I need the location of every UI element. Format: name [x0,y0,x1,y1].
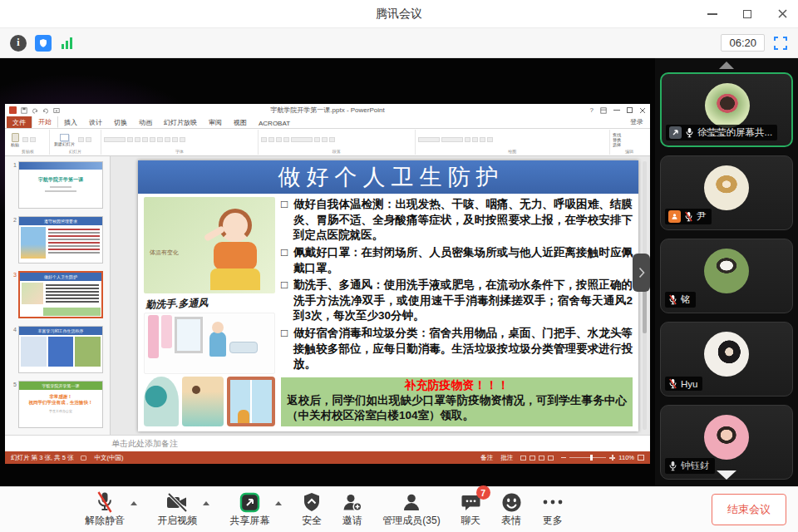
ribbon-button[interactable] [283,137,289,142]
end-meeting-button[interactable]: 结束会议 [712,494,786,525]
mic-options-chevron[interactable] [131,501,137,505]
participant-tile[interactable]: Hyu [660,322,793,397]
ribbon-button[interactable] [172,137,178,142]
ribbon-button[interactable] [314,137,320,142]
close-button[interactable] [776,8,788,20]
tab-review[interactable]: 审阅 [203,116,228,128]
sidebar-collapse-button[interactable] [633,254,650,292]
meeting-info-icon[interactable]: i [10,35,27,52]
share-options-chevron[interactable] [275,501,282,505]
notice-title: 补充防疫物资！！！ [287,378,627,393]
video-options-chevron[interactable] [203,501,209,505]
minimize-button[interactable] [707,8,718,20]
notes-toggle[interactable]: 备注 [480,454,493,462]
ribbon-button[interactable] [268,137,274,142]
tab-file[interactable]: 文件 [7,116,32,128]
ribbon-button[interactable] [487,137,493,142]
thumbnail-slide-4[interactable]: 4 丰富学习和工作生活秩序 [7,326,106,373]
notes-pane[interactable]: 单击此处添加备注 [5,435,650,451]
ribbon-button[interactable] [480,137,485,142]
slide-scrollbar[interactable] [643,161,647,430]
ppt-minimize-icon[interactable] [613,110,620,111]
thumbnail-slide-1[interactable]: 1 宇航学院开学第一课 [7,161,106,209]
maximize-button[interactable] [741,8,753,20]
network-signal-icon[interactable] [62,37,72,49]
arrange-button[interactable] [465,137,470,142]
ribbon-button[interactable] [150,137,155,142]
ribbon-group-slides: 新建幻灯片 幻灯片 [50,130,101,155]
avatar [705,83,750,128]
ribbon-button[interactable] [30,137,36,142]
comments-toggle[interactable]: 批注 [500,454,513,462]
quick-access-toolbar[interactable] [21,107,60,114]
tab-acrobat[interactable]: ACROBAT [253,118,296,128]
font-name-dropdown[interactable] [104,137,126,142]
scroll-up-icon[interactable] [719,62,734,69]
slide-sorter-icon[interactable] [530,456,535,461]
thumbnail-slide-2[interactable]: 2 遵守校园管理要求 [7,216,106,264]
ribbon-button[interactable] [329,137,335,142]
security-shield-icon[interactable] [35,35,52,52]
fit-to-window-icon[interactable] [638,455,644,461]
participant-tile[interactable]: 铭 [660,239,793,313]
more-button[interactable]: 更多 [542,491,564,528]
participant-tile[interactable]: 尹 [660,155,793,230]
slideshow-icon[interactable] [548,456,554,461]
ppt-close-icon[interactable] [639,107,646,114]
emoji-button[interactable]: 表情 [501,491,522,528]
ribbon-button[interactable] [322,137,328,142]
ppt-restore-icon[interactable] [627,107,633,113]
bullet-item: □做好自我体温检测：出现发热、干咳、咽痛、无力、呼吸困难、结膜炎、胃肠不适、全身… [281,197,633,244]
zoom-out-icon[interactable] [561,457,566,459]
share-screen-button[interactable]: 共享屏幕 [229,491,269,528]
new-slide-button[interactable]: 新建幻灯片 [52,134,76,146]
participant-tile[interactable]: 钟钰釮 [660,405,793,480]
tab-home[interactable]: 开始 [32,115,58,128]
tab-design[interactable]: 设计 [83,116,108,128]
normal-view-icon[interactable] [520,456,526,461]
thumbnail-slide-5[interactable]: 5 宇航学院开学第一课 非常感谢！ 祝同学们学业有成，生活愉快！ 学生工作办公室 [7,381,106,428]
participant-tile-sharing[interactable]: 徐莹莹的屏幕共... [660,72,793,147]
language-indicator[interactable]: 中文(中国) [94,454,123,462]
reading-view-icon[interactable] [539,456,544,461]
unmute-button[interactable]: 解除静音 [85,491,125,528]
scroll-down-icon[interactable] [717,470,736,480]
ribbon-button[interactable] [142,137,148,142]
find-button[interactable]: 查找 [613,133,621,137]
replace-button[interactable]: 替换 [613,138,621,142]
select-button[interactable]: 选择 [613,143,621,147]
invite-button[interactable]: 邀请 [342,491,362,528]
quick-styles-button[interactable] [472,137,478,142]
chat-button[interactable]: 7 聊天 [461,491,481,528]
manage-members-button[interactable]: 管理成员(35) [382,491,440,528]
zoom-slider[interactable] [569,457,606,458]
ppt-help-icon[interactable]: ? [590,106,594,114]
ribbon-button[interactable] [78,137,84,142]
ribbon-button[interactable] [291,137,313,142]
thumbnail-slide-3-selected[interactable]: 3 做好个人卫生防护 [7,271,106,318]
ribbon-button[interactable] [261,137,267,142]
comments-icon[interactable] [81,456,86,461]
tab-slideshow[interactable]: 幻灯片放映 [158,116,203,128]
shapes-gallery[interactable] [441,137,463,142]
tab-animations[interactable]: 动画 [133,116,158,128]
zoom-in-icon[interactable] [609,455,615,461]
ribbon-button[interactable] [22,137,28,142]
ribbon-button[interactable] [276,137,282,142]
paste-button[interactable]: 粘贴 [9,133,21,147]
current-slide[interactable]: 做好个人卫生防护 体温有变化 勤洗手.多通风 [138,160,638,431]
tab-transitions[interactable]: 切换 [108,116,133,128]
tab-insert[interactable]: 插入 [58,116,83,128]
tab-view[interactable]: 视图 [228,116,253,128]
ppt-sign-in[interactable]: 登录 [625,117,648,128]
fullscreen-icon[interactable] [773,36,788,51]
ribbon-button[interactable] [86,137,91,142]
ribbon-button[interactable] [165,137,170,142]
ribbon-button[interactable] [135,137,140,142]
security-button[interactable]: 安全 [302,491,322,528]
shapes-gallery[interactable] [418,137,440,142]
ribbon-button[interactable] [180,137,185,142]
font-size-dropdown[interactable] [127,137,133,142]
start-video-button[interactable]: 开启视频 [157,491,197,528]
ribbon-button[interactable] [157,137,163,142]
